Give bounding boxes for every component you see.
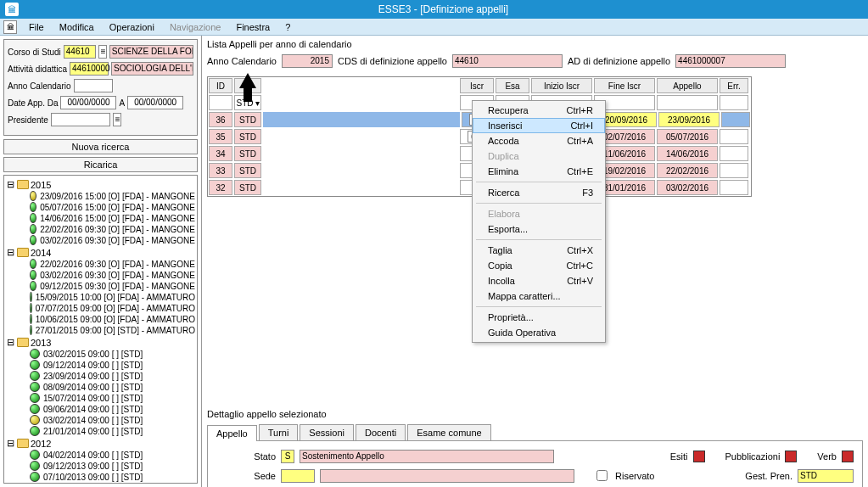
menu-operazioni[interactable]: Operazioni (103, 20, 161, 34)
col-id[interactable]: ID (209, 78, 232, 93)
context-menu[interactable]: RecuperaCtrl+RInserisciCtrl+IAccodaCtrl+… (472, 100, 606, 343)
tree-item[interactable]: 03/02/2014 09:00 [ ] [STD] (6, 415, 195, 425)
tree-year[interactable]: ⊟ 2012 (6, 438, 195, 449)
tree-item[interactable]: 05/07/2016 15:00 [O] [FDA] - MANGONE (6, 202, 195, 212)
tree-item[interactable]: 21/01/2014 09:00 [ ] [STD] (6, 426, 195, 436)
tree-item[interactable]: 07/07/2015 09:00 [O] [FDA] - AMMATURO (6, 303, 195, 313)
date-da-input[interactable]: 00/00/0000 (60, 96, 116, 109)
menu-finestra[interactable]: Finestra (229, 20, 277, 34)
pubbl-led-icon[interactable] (785, 451, 797, 462)
tree-item[interactable]: 03/02/2016 09:30 [O] [FDA] - MANGONE (6, 235, 195, 245)
col-esa[interactable]: Esa (496, 78, 529, 93)
presidente-input[interactable] (51, 113, 110, 126)
tree-year[interactable]: ⊟ 2015 (6, 179, 195, 190)
menu-modifica[interactable]: Modifica (53, 20, 101, 34)
expand-icon[interactable]: ⊟ (6, 337, 15, 348)
expand-icon[interactable]: ⊟ (6, 438, 15, 449)
filter-appello[interactable] (657, 95, 718, 110)
ctx-recupera[interactable]: RecuperaCtrl+R (473, 103, 605, 118)
app-small-icon[interactable]: 🏛 (3, 20, 17, 34)
presidente-lookup-btn[interactable]: ≡ (113, 113, 121, 126)
tree-item[interactable]: 15/09/2015 10:00 [O] [FDA] - AMMATURO (6, 292, 195, 302)
tree-item-label: 09/09/2013 09:00 [ ] [STD] (43, 484, 143, 484)
corso-code[interactable]: 44610 (64, 45, 96, 59)
tree-item[interactable]: 09/12/2015 09:30 [O] [FDA] - MANGONE (6, 281, 195, 291)
tree-item[interactable]: 09/12/2014 09:00 [ ] [STD] (6, 360, 195, 370)
cell-appello[interactable]: 14/06/2016 (657, 146, 718, 161)
ctx-inserisci[interactable]: InserisciCtrl+I (473, 118, 605, 133)
menu-navigazione[interactable]: Navigazione (163, 20, 228, 34)
filter-err[interactable] (720, 95, 748, 110)
sede-code[interactable] (281, 469, 315, 483)
tree-item[interactable]: 03/02/2015 09:00 [ ] [STD] (6, 349, 195, 359)
tree-item[interactable]: 03/02/2016 09:30 [O] [FDA] - MANGONE (6, 270, 195, 280)
tree-year[interactable]: ⊟ 2014 (6, 247, 195, 258)
ctx-copia[interactable]: CopiaCtrl+C (473, 258, 605, 273)
appelli-tree[interactable]: ⊟ 2015 23/09/2016 15:00 [O] [FDA] - MANG… (3, 175, 198, 484)
tree-item[interactable]: 07/10/2013 09:00 [ ] [STD] (6, 472, 195, 482)
detail-section: Dettaglio appello selezionato AppelloTur… (207, 409, 863, 487)
tab-docenti[interactable]: Docenti (356, 424, 406, 440)
tab-sessioni[interactable]: Sessioni (300, 424, 354, 440)
tree-item[interactable]: 27/01/2015 09:00 [O] [STD] - AMMATURO (6, 325, 195, 335)
ctx-esporta-[interactable]: Esporta... (473, 221, 605, 237)
expand-icon[interactable]: ⊟ (6, 179, 15, 190)
ctx-elimina[interactable]: EliminaCtrl+E (473, 164, 605, 179)
menu-file[interactable]: File (22, 20, 51, 34)
tree-item[interactable]: 23/09/2016 15:00 [O] [FDA] - MANGONE (6, 191, 195, 201)
pointer-arrow-icon (239, 73, 256, 102)
ctx-propriet-[interactable]: Proprietà... (473, 310, 605, 325)
tree-item[interactable]: 08/09/2014 09:00 [ ] [STD] (6, 382, 195, 392)
col-appello[interactable]: Appello (657, 78, 718, 93)
tree-item[interactable]: 09/06/2014 09:00 [ ] [STD] (6, 404, 195, 414)
ctx-guida-operativa[interactable]: Guida Operativa (473, 325, 605, 340)
window-titlebar: 🏛 ESSE3 - [Definizione appelli] (0, 0, 868, 19)
cell-appello[interactable]: 05/07/2016 (657, 129, 718, 144)
ctx-label: Elimina (488, 166, 518, 176)
verb-led-icon[interactable] (842, 451, 854, 462)
tree-item[interactable]: 09/09/2013 09:00 [ ] [STD] (6, 483, 195, 484)
ctx-incolla[interactable]: IncollaCtrl+V (473, 273, 605, 288)
cell-appello[interactable]: 23/09/2016 (658, 112, 720, 127)
col-inizio[interactable]: Inizio Iscr (531, 78, 592, 93)
tree-item-label: 14/06/2016 15:00 [O] [FDA] - MANGONE (40, 214, 195, 223)
ctx-taglia[interactable]: TagliaCtrl+X (473, 243, 605, 258)
ctx-mappa-caratteri-[interactable]: Mappa caratteri... (473, 288, 605, 304)
anno-input[interactable] (74, 79, 113, 92)
gest-pren-value[interactable]: STD (798, 469, 854, 483)
attivita-code[interactable]: 44610000 (70, 62, 109, 76)
date-a-input[interactable]: 00/00/0000 (127, 96, 183, 109)
tree-item[interactable]: 15/07/2014 09:00 [ ] [STD] (6, 393, 195, 403)
tab-body-appello: Stato S Sostenimento Appello Esiti Pubbl… (207, 441, 863, 487)
filter-id[interactable] (209, 95, 232, 110)
tree-item[interactable]: 22/02/2016 09:30 [O] [FDA] - MANGONE (6, 224, 195, 234)
cell-appello[interactable]: 03/02/2016 (657, 180, 718, 195)
riservato-checkbox[interactable] (596, 470, 608, 481)
tree-item[interactable]: 14/06/2016 15:00 [O] [FDA] - MANGONE (6, 213, 195, 223)
ctx-accoda[interactable]: AccodaCtrl+A (473, 133, 605, 148)
tree-item[interactable]: 09/12/2013 09:00 [ ] [STD] (6, 461, 195, 471)
tree-year-label: 2014 (31, 248, 51, 258)
col-fine[interactable]: Fine Iscr (594, 78, 655, 93)
col-iscr[interactable]: Iscr (460, 78, 494, 93)
esiti-led-icon[interactable] (693, 451, 705, 462)
expand-icon[interactable]: ⊟ (6, 247, 15, 258)
corso-lookup-btn[interactable]: ≡ (98, 45, 107, 59)
tree-year[interactable]: ⊟ 2013 (6, 337, 195, 348)
tree-item[interactable]: 04/02/2014 09:00 [ ] [STD] (6, 450, 195, 460)
ricarica-button[interactable]: Ricarica (3, 157, 198, 172)
anno-cal-value[interactable]: 2015 (282, 54, 333, 68)
nuova-ricerca-button[interactable]: Nuova ricerca (3, 139, 198, 154)
tab-appello[interactable]: Appello (207, 425, 257, 441)
tab-turni[interactable]: Turni (259, 424, 299, 440)
stato-code[interactable]: S (281, 450, 294, 463)
ctx-shortcut: Ctrl+V (567, 276, 593, 286)
tree-item[interactable]: 22/02/2016 09:30 [O] [FDA] - MANGONE (6, 259, 195, 269)
tab-esame-comune[interactable]: Esame comune (407, 424, 490, 440)
ctx-ricerca[interactable]: RicercaF3 (473, 185, 605, 200)
col-err[interactable]: Err. (720, 78, 748, 93)
tree-item[interactable]: 10/06/2015 09:00 [O] [FDA] - AMMATURO (6, 314, 195, 324)
cell-appello[interactable]: 22/02/2016 (657, 163, 718, 178)
tree-item[interactable]: 23/09/2014 09:00 [ ] [STD] (6, 371, 195, 381)
menu-?[interactable]: ? (278, 20, 297, 34)
